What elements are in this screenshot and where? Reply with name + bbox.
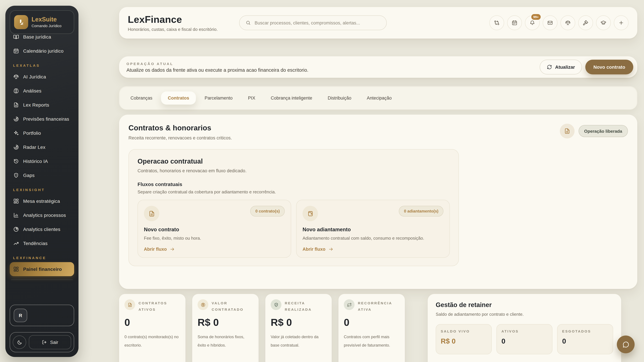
sidebar-item-label: Análises (23, 88, 42, 93)
flow-card-title: Novo adiantamento (302, 227, 444, 233)
header-actions: 99+ (489, 15, 628, 30)
retainer-mini-label: ESGOTADOS (562, 329, 608, 333)
tab-contratos[interactable]: Contratos (161, 91, 196, 104)
shield-alert-icon (13, 172, 19, 178)
new-advance-flow-card[interactable]: 0 adiantamento(s) Novo adiantamento Adia… (296, 200, 450, 258)
workspace-switcher[interactable]: LexSuite Comando Jurídico (10, 10, 74, 34)
sidebar-item-analytics-clientes[interactable]: Analytics clientes (10, 222, 74, 236)
sidebar-item-gaps[interactable]: Gaps (10, 168, 74, 182)
lexsuite-logo (14, 15, 28, 29)
workflow-button[interactable] (489, 15, 504, 30)
status-badge: Operação liberada (578, 125, 628, 137)
sidebar-item-mesa-estrategica[interactable]: Mesa estratégica (10, 194, 74, 208)
retainer-mini-cards: SALDO VIVO R$ 0 ATIVOS 0 ESGOTADOS 0 (436, 324, 613, 354)
sidebar-item-label: Analytics clientes (23, 227, 60, 232)
contract-operation-card: Operacao contratual Contratos, honorario… (128, 149, 459, 266)
new-contract-label: Novo contrato (593, 64, 625, 70)
sidebar-item-historico-ia[interactable]: Histórico IA (10, 154, 74, 168)
sidebar-section-lexfinance: LEXFINANCE (13, 256, 71, 260)
history-icon (13, 158, 19, 164)
sidebar: LexSuite Comando Jurídico Base jurídica … (5, 6, 78, 357)
sidebar-item-label: Portfolio (23, 130, 41, 136)
chat-fab-button[interactable] (617, 336, 634, 353)
section-title: Contratos & honorarios (128, 124, 232, 132)
sidebar-item-label: Analytics processos (23, 213, 66, 218)
arrow-right-icon (170, 247, 175, 252)
sidebar-item-radar-lex[interactable]: Radar Lex (10, 140, 74, 154)
section-title-block: Contratos & honorarios Receita recorrent… (128, 124, 232, 140)
app-window: LexSuite Comando Jurídico Base jurídica … (0, 0, 644, 362)
sidebar-item-painel-financeiro[interactable]: Painel financeiro (10, 262, 74, 276)
stat-description: Valor já coletado dentro da base contrat… (271, 333, 326, 350)
sidebar-item-label: Radar Lex (23, 144, 46, 150)
section-header-right: Operação liberada (560, 124, 628, 138)
sidebar-item-portfolio[interactable]: Portfolio (10, 126, 74, 140)
open-flow-link[interactable]: Abrir fluxo (144, 247, 285, 252)
sidebar-item-calendario-juridico[interactable]: Calendário jurídico (10, 44, 74, 58)
stat-top: RECORRÊNCIA ATIVA (344, 299, 400, 313)
circle-dollar-icon (200, 302, 206, 307)
refresh-icon (547, 64, 552, 70)
flows-subtitle: Separe criação contratual da cobertura p… (138, 189, 450, 194)
tab-parcelamento[interactable]: Parcelamento (198, 91, 239, 104)
notifications-button[interactable]: 99+ (525, 15, 540, 30)
page-title: LexFinance (128, 14, 218, 25)
bar-chart-icon (13, 212, 19, 218)
retainer-card: Gestão de retainer Saldo de adiantamento… (428, 294, 621, 362)
file-text-icon (13, 102, 19, 108)
section-subtitle: Receita recorrente, renovacoes e contrat… (128, 135, 232, 140)
learning-button[interactable] (596, 15, 611, 30)
stat-icon-circle (198, 299, 208, 310)
new-contract-flow-card[interactable]: 0 contrato(s) Novo contrato Fee fixo, êx… (138, 200, 291, 258)
sign-out-label: Sair (50, 340, 58, 345)
sidebar-item-previsoes-financeiras[interactable]: Previsões financeiras (10, 112, 74, 126)
sidebar-item-analises[interactable]: Análises (10, 84, 74, 98)
sidebar-item-ai-juridica[interactable]: AI Jurídica (10, 70, 74, 84)
refresh-button[interactable]: Atualizar (540, 60, 582, 74)
tab-antecipacao[interactable]: Antecipação (360, 91, 398, 104)
stat-icon-circle (271, 299, 282, 310)
sidebar-item-analytics-processos[interactable]: Analytics processos (10, 208, 74, 222)
retainer-esgotados: ESGOTADOS 0 (557, 324, 613, 354)
stat-top: RECEITA REALIZADA (271, 299, 326, 313)
sidebar-item-tendencias[interactable]: Tendências (10, 236, 74, 250)
retainer-mini-label: SALDO VIVO (441, 329, 487, 333)
tab-cobranca-inteligente[interactable]: Cobrança inteligente (264, 91, 319, 104)
new-contract-button[interactable]: Novo contrato (585, 60, 633, 74)
legal-scales-button[interactable] (560, 15, 575, 30)
global-search-input[interactable]: Buscar processos, clientes, compromissos… (239, 15, 387, 30)
retainer-mini-value: R$ 0 (441, 337, 487, 345)
stat-value: 0 (124, 317, 180, 328)
repeat-icon (347, 302, 352, 307)
gavel-button[interactable] (578, 15, 593, 30)
messages-button[interactable] (543, 15, 558, 30)
sidebar-item-label: Calendário jurídico (23, 48, 64, 54)
theme-toggle-button[interactable] (13, 336, 26, 349)
open-flow-link[interactable]: Abrir fluxo (302, 247, 444, 252)
file-text-icon (148, 210, 155, 217)
flow-card-top: 0 adiantamento(s) (302, 206, 444, 221)
tab-distribuicao[interactable]: Distribuição (321, 91, 358, 104)
sign-out-button[interactable]: Sair (29, 335, 71, 349)
calendar-button[interactable] (507, 15, 522, 30)
sidebar-divider (11, 280, 73, 280)
tab-pix[interactable]: PIX (241, 91, 262, 104)
sidebar-item-lex-reports[interactable]: Lex Reports (10, 98, 74, 112)
operation-bar: OPERAÇÃO ATUAL Atualize os dados da fren… (119, 56, 637, 78)
layout-grid-icon (13, 198, 19, 204)
retainer-subtitle: Saldo de adiantamento por contrato e cli… (436, 312, 613, 317)
operation-label: OPERAÇÃO ATUAL (126, 61, 308, 65)
retainer-mini-value: 0 (562, 337, 608, 345)
operation-message: Atualize os dados da frente ativa ou exe… (126, 67, 308, 72)
stat-label: CONTRATOS ATIVOS (138, 299, 180, 313)
operation-text-block: OPERAÇÃO ATUAL Atualize os dados da fren… (126, 61, 308, 72)
stat-icon-circle (344, 299, 354, 310)
stat-label: RECEITA REALIZADA (285, 299, 326, 313)
tab-cobrancas[interactable]: Cobranças (124, 91, 159, 104)
user-card[interactable]: R (10, 305, 74, 326)
main-content: LexFinance Honorários, custas, caixa e f… (119, 7, 637, 289)
arrow-right-icon (328, 247, 334, 252)
sidebar-item-label: Mesa estratégica (23, 198, 60, 204)
add-button[interactable] (614, 15, 628, 30)
flow-card-title: Novo contrato (144, 227, 285, 233)
